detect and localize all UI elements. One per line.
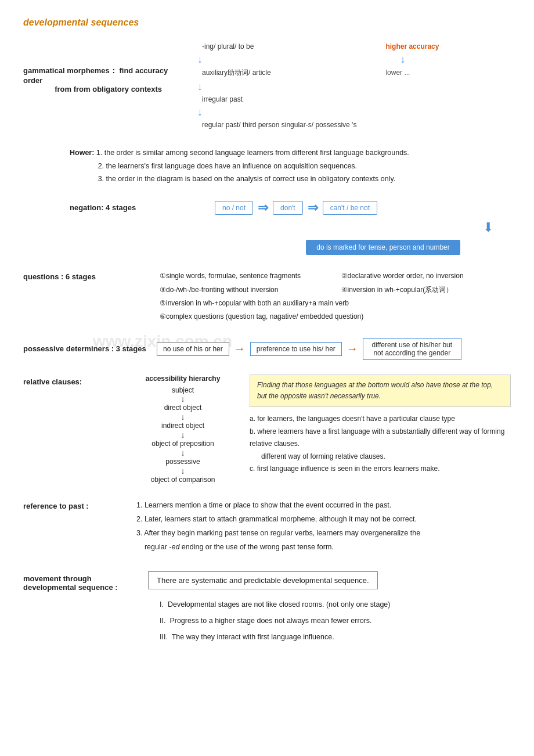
q-item-2: ②declarative worder order, no inversion [341, 269, 511, 283]
chain-item-2: auxiliary助动词/ article [197, 68, 271, 78]
neg-double-arrow: ⬇ [483, 220, 493, 235]
chain-item-1: -ing/ plural/ to be [197, 42, 254, 51]
movement-list: I. Developmental stages are not like clo… [148, 598, 511, 644]
past-point-3: 3. After they begin marking past tense o… [136, 527, 511, 555]
section-morphemes: gammatical morphemes： find accuracy orde… [23, 42, 511, 129]
section-negation: negation: 4 stages no / not ⇒ don't ⇒ ca… [70, 200, 511, 255]
hier-obj-prep: object of preposition [151, 439, 214, 449]
finding-box: Finding that those languages at the bott… [250, 375, 511, 407]
neg-arrow-2: ⇒ [308, 200, 318, 215]
hower-point-1: 1. the order is similar among second lan… [96, 149, 409, 157]
higher-accuracy-label: higher accuracy [385, 42, 439, 51]
questions-label: questions : 6 stages [23, 269, 151, 281]
poss-stage-1: no use of his or her [157, 342, 229, 356]
movement-item-1: I. Developmental stages are not like clo… [160, 598, 511, 612]
neg-stage-3: can't / be not [323, 201, 377, 215]
hierarchy-items: subject ↓ direct object ↓ indirect objec… [125, 386, 241, 485]
relative-left: accessibility hierarchy subject ↓ direct… [125, 375, 241, 485]
chain-item-3: irregular past [197, 95, 243, 103]
q-item-6: ⑥complex questions (question tag, nagati… [160, 310, 511, 323]
systematic-box: There are systematic and predictable dev… [148, 571, 378, 589]
hier-arrow-4: ↓ [181, 449, 185, 457]
rel-note-a: a. for learners, the languages doesn't h… [250, 413, 511, 426]
numeral-3: III. [160, 633, 168, 641]
poss-stage-2: preference to use his/ her [250, 342, 342, 356]
past-point-2: 2. Later, learners start to attach gramm… [136, 513, 511, 527]
do-marked-box: do is marked for tense, person and numbe… [306, 240, 460, 255]
arrow-down-2: ↓ [197, 81, 203, 92]
movement-point-2: Progress to a higher stage does not alwa… [169, 617, 371, 625]
movement-point-3: The way they interact with first languag… [172, 633, 334, 641]
q-item-3: ③do-/wh-/be-fronting without inversion [160, 283, 330, 297]
movement-point-1: Developmental stages are not like closed… [168, 600, 391, 609]
q-item-5: ⑤inversion in wh-+copular with both an a… [160, 297, 511, 310]
morphemes-title-bold: gammatical morphemes： [23, 66, 117, 75]
numeral-2: II. [160, 617, 165, 625]
movement-content: There are systematic and predictable dev… [148, 571, 511, 646]
hier-obj-comp: object of comparison [151, 475, 215, 485]
accuracy-arrow: ↓ [400, 53, 405, 66]
neg-stage-1: no / not [215, 201, 253, 215]
hier-indirect-obj: indirect object [161, 421, 204, 431]
movement-label: movement through developmental sequence … [23, 571, 139, 592]
rel-note-b: b. where learners have a first language … [250, 426, 511, 451]
questions-content: ①single words, formulae, sentence fragme… [160, 269, 511, 323]
section-movement: movement through developmental sequence … [23, 571, 511, 646]
q-item-1: ①single words, formulae, sentence fragme… [160, 269, 330, 283]
movement-item-3: III. The way they interact with first la… [160, 631, 511, 645]
rel-note-c: c. first language influence is seen in t… [250, 463, 511, 476]
neg-stage-2: don't [273, 201, 303, 215]
section-relative: relative clauses: accessibility hierarch… [23, 375, 511, 485]
past-point-1: 1. Learners mention a time or place to s… [136, 499, 511, 513]
relative-label: relative clauses: [23, 375, 116, 386]
hower-section: Hower: 1. the order is similar among sec… [70, 146, 511, 186]
hier-subject: subject [172, 386, 194, 395]
section-possessive: www.zixin.com.cn possessive determiners … [23, 338, 511, 360]
relative-right: Finding that those languages at the bott… [250, 375, 511, 476]
possessive-chain: no use of his or her → preference to use… [157, 338, 511, 360]
neg-arrow-1: ⇒ [258, 200, 268, 215]
hier-arrow-5: ↓ [181, 467, 185, 475]
hier-arrow-3: ↓ [181, 431, 185, 439]
lower-label: lower ... [385, 69, 410, 77]
arrow-down-3: ↓ [197, 107, 203, 117]
accuracy-box: higher accuracy ↓ lower ... [385, 42, 439, 77]
hier-possessive: possessive [165, 457, 200, 467]
morphemes-label: gammatical morphemes： find accuracy orde… [23, 42, 186, 93]
poss-arrow-1: → [234, 342, 246, 355]
hower-title: Hower: [70, 149, 94, 157]
relative-notes: a. for learners, the languages doesn't h… [250, 413, 511, 476]
hier-arrow-2: ↓ [181, 413, 185, 421]
q-item-4: ④inversion in wh-+copular(系动词） [341, 283, 511, 297]
numeral-1: I. [160, 600, 164, 609]
questions-grid: ①single words, formulae, sentence fragme… [160, 269, 511, 297]
hierarchy-title: accessibility hierarchy [125, 375, 241, 383]
past-label: reference to past : [23, 499, 128, 510]
section-past: reference to past : 1. Learners mention … [23, 499, 511, 554]
arrow-down-1: ↓ [197, 54, 203, 64]
movement-label2: developmental sequence : [23, 583, 139, 592]
hower-point-3: 3. the order in the diagram is based on … [98, 175, 396, 183]
negation-label: negation: 4 stages [70, 203, 163, 212]
poss-arrow-2: → [347, 342, 358, 355]
hower-point-2: 2. the learners's first language does ha… [98, 162, 357, 170]
hier-direct-obj: direct object [164, 403, 202, 413]
past-content: 1. Learners mention a time or place to s… [136, 499, 511, 554]
morphemes-chain: -ing/ plural/ to be ↓ auxiliary助动词/ arti… [197, 42, 356, 129]
rel-note-b-cont: different way of forming relative clause… [250, 451, 511, 463]
movement-item-2: II. Progress to a higher stage does not … [160, 614, 511, 628]
hier-arrow-1: ↓ [181, 395, 185, 403]
possessive-label: possessive determiners : 3 stages [23, 344, 151, 353]
poss-stage-3: different use of his/her but not accordi… [363, 338, 461, 360]
section-questions: questions : 6 stages ①single words, form… [23, 269, 511, 323]
morphemes-sub2-bold: from obligatory contexts [74, 85, 162, 93]
page-title: developmental sequences [23, 17, 511, 28]
chain-item-4: regular past/ third person singular-s/ p… [197, 121, 356, 129]
movement-label1: movement through [23, 574, 139, 583]
